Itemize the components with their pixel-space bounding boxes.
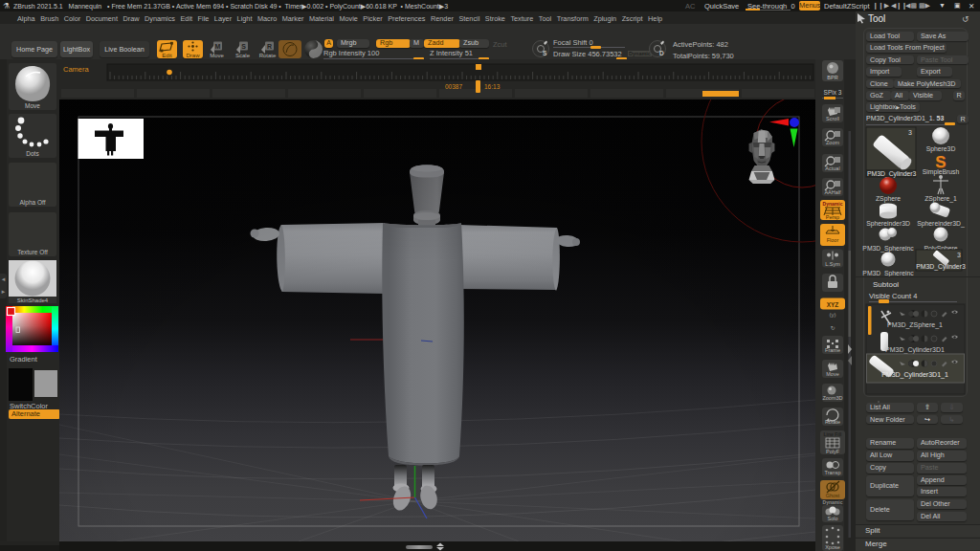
svg-text:PM3D_Cylinder3: PM3D_Cylinder3 <box>916 263 966 271</box>
svg-text:S: S <box>241 43 246 50</box>
svg-text:PM3D_Cylinder3D1: PM3D_Cylinder3D1 <box>885 346 945 354</box>
svg-text:D: D <box>659 50 664 56</box>
svg-text:(y): (y) <box>830 312 836 318</box>
svg-text:L.Sym: L.Sym <box>825 261 840 267</box>
svg-text:PM3D_Cylinder3: PM3D_Cylinder3 <box>867 170 917 178</box>
svg-text:Camera: Camera <box>63 65 90 74</box>
svg-text:Sphere3D: Sphere3D <box>926 145 956 153</box>
svg-text:Xpose: Xpose <box>825 544 840 550</box>
svg-text:BPR: BPR <box>827 75 837 80</box>
svg-text:ZSphere_1: ZSphere_1 <box>924 195 957 203</box>
svg-text:SkinShade4: SkinShade4 <box>17 298 49 303</box>
svg-text:Move: Move <box>25 102 40 109</box>
svg-text:3: 3 <box>957 252 961 258</box>
svg-text:Transp: Transp <box>825 470 841 475</box>
svg-text:Floor: Floor <box>827 237 839 243</box>
svg-text:Actual: Actual <box>825 165 839 171</box>
svg-text:Dynamic: Dynamic <box>823 499 843 505</box>
svg-text:Zoom: Zoom <box>826 140 839 145</box>
svg-text:3: 3 <box>908 129 912 136</box>
svg-text:SPix 3: SPix 3 <box>824 89 842 96</box>
svg-text:Move: Move <box>210 53 224 58</box>
svg-text:Dynamic: Dynamic <box>823 201 843 207</box>
svg-text:S: S <box>543 50 547 56</box>
svg-text:Ghost: Ghost <box>826 493 840 498</box>
svg-text:16:13: 16:13 <box>484 83 501 90</box>
svg-text:Rotate: Rotate <box>825 419 840 425</box>
svg-text:Draw: Draw <box>186 53 200 58</box>
svg-text:PM3D_ZSphere_1: PM3D_ZSphere_1 <box>887 321 943 329</box>
svg-text:PM3D_Sphereinc: PM3D_Sphereinc <box>862 245 914 253</box>
svg-text:↻: ↻ <box>830 325 835 331</box>
svg-text:00387: 00387 <box>445 83 462 90</box>
svg-text:SimpleBrush: SimpleBrush <box>923 168 960 176</box>
svg-text:PolyF: PolyF <box>826 449 840 454</box>
svg-text:Scroll: Scroll <box>826 116 839 121</box>
svg-text:PM3D_Cylinder3D1_1: PM3D_Cylinder3D1_1 <box>881 371 948 379</box>
svg-text:Persp: Persp <box>826 214 839 220</box>
svg-text:Solo: Solo <box>827 516 837 521</box>
svg-text:R: R <box>267 43 272 50</box>
svg-text:Rotate: Rotate <box>259 53 277 58</box>
svg-text:Scale: Scale <box>235 53 251 58</box>
svg-text:Sphereinder3D: Sphereinder3D <box>866 220 910 228</box>
svg-text:Dots: Dots <box>26 150 39 157</box>
svg-text:Edit: Edit <box>162 53 172 58</box>
svg-text:Zoom3D: Zoom3D <box>822 395 842 401</box>
svg-text:PM3D_Sphereinc: PM3D_Sphereinc <box>862 270 914 276</box>
svg-text:Line Fill: Line Fill <box>824 431 843 437</box>
svg-text:ZSphere: ZSphere <box>876 195 901 203</box>
svg-text:Frame: Frame <box>825 347 840 353</box>
svg-text:Move: Move <box>826 371 838 377</box>
svg-text:AAHalf: AAHalf <box>824 189 841 195</box>
svg-text:M: M <box>215 43 221 50</box>
svg-text:Sphereinder3D_: Sphereinder3D_ <box>917 220 965 228</box>
svg-text:XYZ: XYZ <box>827 301 839 308</box>
